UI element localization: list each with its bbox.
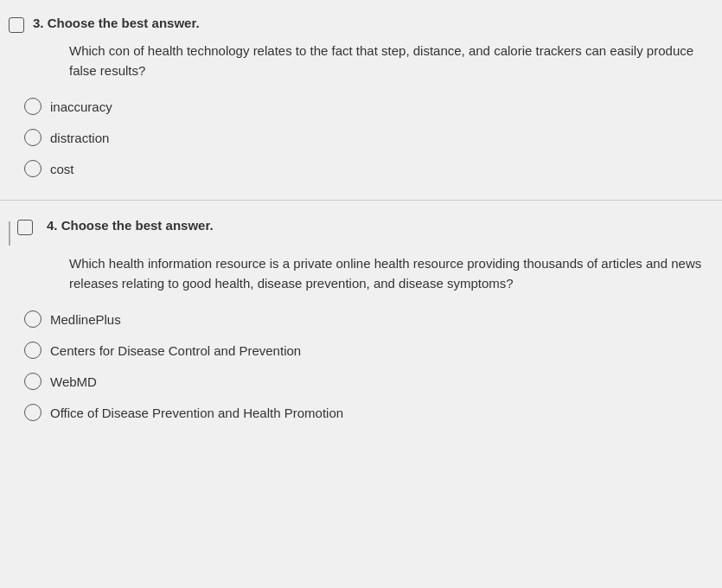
answer-q3-cost[interactable]: cost <box>0 153 722 184</box>
answer-q3b-label: distraction <box>50 131 109 145</box>
question-3-body: Which con of health technology relates t… <box>0 42 722 80</box>
answer-q3c-label: cost <box>50 162 74 176</box>
question-4-block: 4. Choose the best answer. Which health … <box>0 201 722 444</box>
answer-q4-webmd[interactable]: WebMD <box>0 366 722 397</box>
question-4-label: 4. Choose the best answer. <box>47 218 214 233</box>
answer-q4-cdc[interactable]: Centers for Disease Control and Preventi… <box>0 335 722 366</box>
answer-q4b-label: Centers for Disease Control and Preventi… <box>50 343 301 358</box>
question-3-number: 3. <box>33 16 44 30</box>
answer-q4c-label: WebMD <box>50 374 97 389</box>
question-3-label: 3. Choose the best answer. <box>33 16 200 30</box>
radio-q3c[interactable] <box>24 160 42 177</box>
question-3-checkbox[interactable] <box>9 17 24 33</box>
question-3-header: 3. Choose the best answer. <box>0 16 722 42</box>
radio-q4d[interactable] <box>24 404 42 421</box>
answer-q4d-label: Office of Disease Prevention and Health … <box>50 406 343 420</box>
question-4-number: 4. <box>47 218 58 233</box>
answer-q3a-label: inaccuracy <box>50 99 112 114</box>
radio-q4b[interactable] <box>24 342 42 359</box>
radio-q3b[interactable] <box>24 129 42 146</box>
answer-q3-inaccuracy[interactable]: inaccuracy <box>0 91 722 122</box>
question-3-instruction: Choose the best answer. <box>48 16 200 30</box>
question-4-header: 4. Choose the best answer. <box>0 218 722 254</box>
question-4-body: Which health information resource is a p… <box>0 254 722 293</box>
radio-q4a[interactable] <box>24 310 42 328</box>
radio-q4c[interactable] <box>24 373 42 390</box>
question-3-block: 3. Choose the best answer. Which con of … <box>0 0 722 201</box>
question-4-instruction: Choose the best answer. <box>61 218 214 233</box>
answer-q4-odphp[interactable]: Office of Disease Prevention and Health … <box>0 397 722 428</box>
answer-q4a-label: MedlinePlus <box>50 312 121 327</box>
answer-q3-distraction[interactable]: distraction <box>0 122 722 153</box>
q4-side-bracket <box>9 221 12 246</box>
question-4-checkbox[interactable] <box>17 220 33 235</box>
answer-q4-medlineplus[interactable]: MedlinePlus <box>0 304 722 335</box>
radio-q3a[interactable] <box>24 98 42 115</box>
